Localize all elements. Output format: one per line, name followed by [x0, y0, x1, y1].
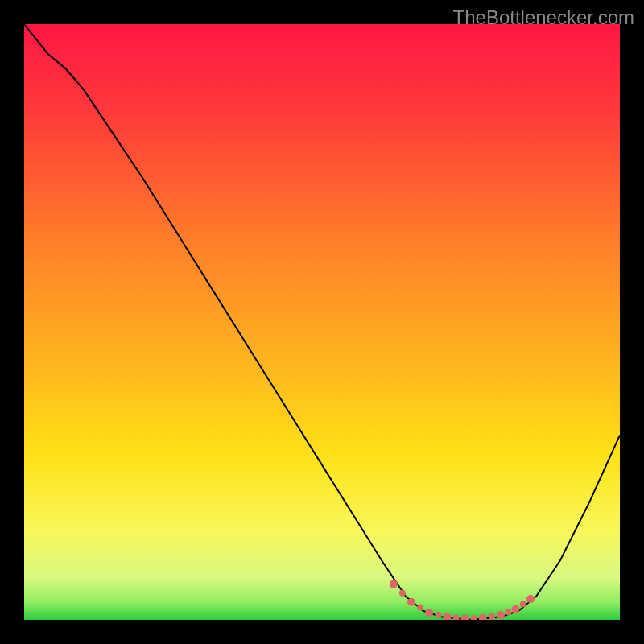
- svg-point-10: [471, 615, 477, 620]
- svg-point-6: [435, 612, 441, 618]
- svg-point-3: [407, 598, 415, 606]
- svg-point-12: [489, 613, 495, 620]
- svg-point-4: [417, 605, 423, 611]
- svg-point-11: [479, 614, 487, 620]
- svg-point-15: [512, 605, 520, 613]
- svg-point-13: [497, 611, 505, 619]
- svg-point-5: [425, 609, 433, 617]
- svg-point-16: [520, 601, 526, 607]
- watermark-text: TheBottlenecker.com: [453, 6, 634, 29]
- optimal-range-marker: [390, 580, 535, 620]
- svg-point-14: [505, 609, 511, 615]
- svg-point-17: [526, 595, 535, 603]
- svg-point-2: [399, 590, 406, 597]
- curve-layer: [24, 24, 620, 620]
- svg-point-1: [390, 580, 398, 588]
- chart-container: [24, 24, 620, 620]
- svg-point-8: [453, 614, 460, 620]
- svg-point-7: [443, 613, 451, 620]
- bottleneck-curve: [24, 24, 620, 620]
- svg-point-9: [461, 615, 469, 621]
